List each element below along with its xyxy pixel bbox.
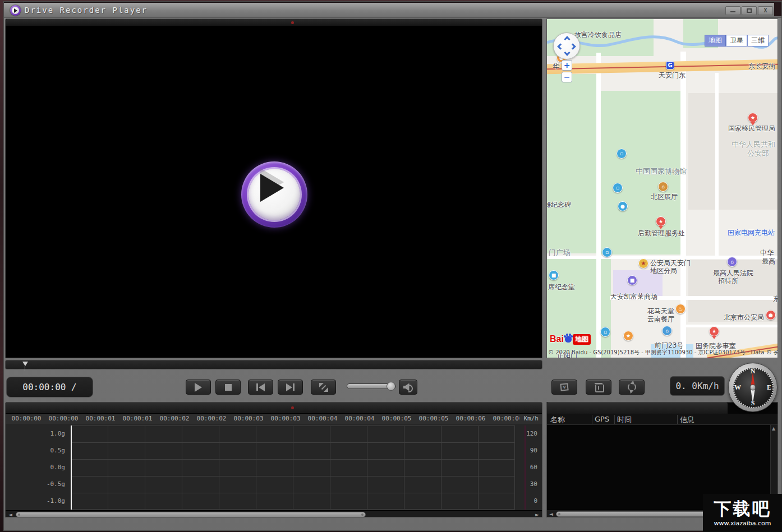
clip-button[interactable]: v bbox=[551, 380, 577, 395]
map-label: 国家电网充电站 bbox=[728, 228, 775, 238]
chart-time-label: 00:00:04 bbox=[345, 415, 375, 422]
compass-hub bbox=[750, 385, 756, 391]
pan-right-icon[interactable] bbox=[569, 43, 576, 49]
chart-scroll-thumb[interactable] bbox=[16, 512, 366, 517]
table-column-header: 时间 bbox=[617, 415, 632, 425]
map-pin-icon: ★ bbox=[748, 113, 758, 123]
chart-time-label: 00:00:00 bbox=[12, 415, 42, 422]
g-axis-label: -1.0g bbox=[47, 497, 65, 505]
seek-marker[interactable] bbox=[22, 362, 28, 366]
compass-east-label: E bbox=[767, 383, 771, 392]
app-play-icon bbox=[10, 5, 21, 16]
map-label: 最高 bbox=[762, 257, 775, 266]
play-button[interactable] bbox=[186, 380, 211, 395]
chart-time-label: 00:00:06 bbox=[456, 415, 486, 422]
map-label: 东长安街 bbox=[748, 62, 775, 71]
table-header-row: 名称GPS时间信息 bbox=[547, 414, 778, 425]
volume-knob[interactable] bbox=[387, 382, 395, 391]
minimize-button[interactable] bbox=[725, 6, 740, 15]
pan-left-icon[interactable] bbox=[557, 43, 563, 49]
close-button[interactable]: X bbox=[758, 6, 773, 15]
title-bar[interactable]: Drive Recorder Player X bbox=[4, 3, 781, 18]
chart-time-label: 00:00:04 bbox=[308, 415, 338, 422]
map-label: 席纪念堂 bbox=[548, 283, 575, 292]
stop-icon bbox=[225, 384, 232, 391]
map-pan-control[interactable] bbox=[553, 33, 580, 59]
baidu-map-text: 地图 bbox=[573, 334, 591, 345]
map-poi-icon: ⌂ bbox=[658, 182, 668, 192]
g-axis-label: 1.0g bbox=[50, 430, 66, 437]
chart-time-label: 00:00:02 bbox=[197, 415, 227, 422]
refresh-button[interactable] bbox=[619, 380, 645, 395]
map-panel[interactable]: ●G★▫▫●⌂★▫★⌂■■♨●▫★⌂★ 故宫冷饮食品店东长安街华天安门东国家移民… bbox=[546, 18, 778, 358]
pan-down-icon[interactable] bbox=[564, 49, 570, 55]
previous-frame-button[interactable] bbox=[248, 380, 273, 395]
scroll-left-icon[interactable]: ◄ bbox=[8, 511, 12, 517]
delete-button[interactable] bbox=[586, 380, 611, 395]
zoom-in-button[interactable]: + bbox=[562, 60, 572, 71]
table-column-header: 名称 bbox=[550, 415, 565, 425]
map-label: 招待所 bbox=[718, 276, 738, 286]
map-label: 公安部 bbox=[747, 149, 769, 159]
trash-icon bbox=[595, 383, 602, 391]
chart-time-label: 00:00:02 bbox=[160, 415, 190, 422]
scroll-right-icon[interactable]: ► bbox=[535, 511, 539, 517]
gsensor-speed-chart-panel: 00:00:0600:00:0600:00:0500:00:0500:00:04… bbox=[5, 402, 542, 517]
chart-time-label: 00:00:05 bbox=[382, 415, 412, 422]
map-label: 雄纪念碑 bbox=[546, 200, 571, 210]
map-type-button-卫星[interactable]: 卫星 bbox=[726, 35, 747, 47]
compass-west-label: W bbox=[734, 383, 741, 392]
minimize-icon bbox=[730, 11, 735, 12]
app-window: Drive Recorder Player X bbox=[3, 1, 782, 531]
chart-time-label: 00:00:03 bbox=[271, 415, 301, 422]
map-poi-icon: ▫ bbox=[613, 183, 623, 193]
zoom-out-button[interactable]: − bbox=[562, 72, 572, 82]
refresh-icon bbox=[628, 383, 636, 391]
video-panel-header bbox=[6, 19, 542, 26]
map-label: 华 bbox=[553, 62, 559, 71]
map-type-button-三维[interactable]: 三维 bbox=[747, 35, 769, 47]
map-poi-icon: ● bbox=[766, 310, 776, 320]
time-display: 00:00:00 / 00:00:00 bbox=[6, 377, 93, 397]
g-axis-label: 0.0g bbox=[50, 464, 66, 471]
desktop-background: Drive Recorder Player X bbox=[0, 0, 782, 532]
column-divider bbox=[614, 415, 615, 424]
seek-bar[interactable] bbox=[5, 360, 542, 369]
chart-time-axis: 00:00:0600:00:0600:00:0500:00:0500:00:04… bbox=[6, 414, 542, 424]
watermark-url: www.xiazaiba.com bbox=[714, 520, 771, 527]
chart-plot-area: 1.0g0.5g0.0g-0.5g-1.0g 1209060300 bbox=[6, 424, 542, 510]
map-label: 门广场 bbox=[549, 248, 571, 258]
map-label: 天安凯富莱商场 bbox=[610, 292, 657, 302]
next-icon bbox=[286, 383, 295, 391]
map-poi-icon: ■ bbox=[627, 275, 637, 285]
video-panel[interactable] bbox=[5, 18, 542, 358]
speed-axis-label: 90 bbox=[530, 447, 537, 454]
map-label: 北京市公安局 bbox=[724, 313, 764, 322]
chart-panel-header bbox=[6, 403, 542, 414]
map-type-button-地图[interactable]: 地图 bbox=[705, 35, 726, 47]
map-road bbox=[682, 325, 778, 327]
fullscreen-button[interactable] bbox=[311, 380, 336, 395]
speed-unit-label: Km/h bbox=[519, 415, 539, 422]
stop-button[interactable] bbox=[215, 380, 241, 395]
next-frame-button[interactable] bbox=[278, 380, 303, 395]
maximize-button[interactable] bbox=[742, 6, 757, 15]
pan-up-icon[interactable] bbox=[564, 36, 570, 42]
volume-slider[interactable] bbox=[347, 383, 396, 389]
baidu-brand-text: Bai bbox=[550, 334, 564, 344]
mute-button[interactable] bbox=[399, 380, 417, 395]
watermark: 下载吧 www.xiazaiba.com bbox=[703, 494, 782, 532]
baidu-paw-icon bbox=[565, 336, 572, 343]
scroll-up-icon[interactable]: ▲ bbox=[772, 426, 775, 431]
column-divider bbox=[592, 415, 592, 424]
baidu-logo[interactable]: Bai 地图 bbox=[550, 333, 591, 345]
table-column-header: GPS bbox=[595, 415, 609, 423]
speaker-icon bbox=[403, 383, 413, 391]
chart-grid bbox=[71, 425, 515, 510]
map-poi-icon: ⌂ bbox=[727, 257, 737, 267]
map-green-area bbox=[547, 74, 599, 253]
chart-time-label: 00:00:01 bbox=[86, 415, 116, 422]
scroll-left-icon[interactable]: ◄ bbox=[549, 511, 553, 517]
g-axis-label: -0.5g bbox=[47, 480, 65, 488]
chart-horizontal-scrollbar[interactable]: ◄ ► bbox=[6, 510, 542, 517]
